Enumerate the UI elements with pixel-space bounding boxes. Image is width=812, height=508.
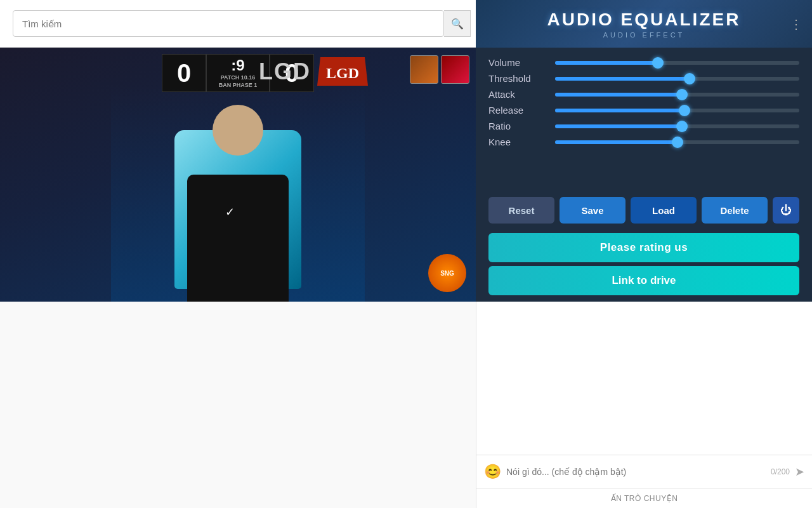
slider-thumb-0[interactable] [652,57,664,69]
emoji-button[interactable]: 😊 [484,464,501,480]
slider-row-volume: Volume [488,57,799,68]
search-button[interactable]: 🔍 [444,10,471,37]
slider-track-0[interactable] [555,61,799,65]
slider-thumb-5[interactable] [672,137,683,148]
slider-thumb-1[interactable] [684,73,695,84]
player-head [213,105,263,156]
slider-fill-4 [555,124,682,128]
slider-fill-2 [555,93,682,97]
chat-input-row: 😊 0/200 ➤ [484,460,804,483]
slider-label-0: Volume [488,57,546,68]
char-thumb-1 [410,55,438,84]
delete-button[interactable]: Delete [702,197,768,224]
eq-buttons: Reset Save Load Delete ⏻ [476,190,812,230]
char-count: 0/200 [771,467,790,476]
send-button[interactable]: ➤ [795,465,804,479]
load-button[interactable]: Load [631,197,697,224]
slider-row-ratio: Ratio [488,121,799,131]
search-input[interactable] [13,10,444,37]
eq-sliders: VolumeThresholdAttackReleaseRatioKnee [476,48,812,190]
slider-row-knee: Knee [488,137,799,147]
slider-row-threshold: Threshold [488,73,799,84]
slider-track-1[interactable] [555,77,799,81]
slider-row-release: Release [488,105,799,116]
eq-header: AUDIO EQUALIZER AUDIO EFFECT ⋮ [476,0,812,48]
nike-logo: ✓ [225,205,235,219]
reset-button[interactable]: Reset [488,197,554,224]
svg-text:LGD: LGD [326,65,359,81]
team-badge: SNG [428,254,466,292]
chat-input-area: 😊 0/200 ➤ [476,455,812,488]
slider-track-3[interactable] [555,109,799,112]
slider-fill-1 [555,77,690,81]
drive-button[interactable]: Link to drive [488,266,799,295]
slider-thumb-2[interactable] [676,89,688,100]
char-thumb-2 [441,55,469,84]
slider-row-attack: Attack [488,89,799,100]
save-button[interactable]: Save [560,197,625,224]
video-area: 0 :9 PATCH 10.16 BAN PHASE 1 0 LGD LGD [0,48,476,302]
chat-input[interactable] [506,460,766,483]
more-icon[interactable]: ⋮ [790,17,802,32]
slider-fill-3 [555,109,684,112]
slider-thumb-4[interactable] [676,121,688,132]
character-thumbnails [410,55,469,84]
slider-label-1: Threshold [488,73,546,84]
slider-fill-0 [555,61,658,65]
slider-track-5[interactable] [555,140,799,144]
timer: :9 [231,57,244,74]
eq-subtitle: AUDIO EFFECT [603,31,685,39]
slider-track-2[interactable] [555,93,799,97]
rating-button[interactable]: Please rating us [488,233,799,262]
player-figure: ✓ [111,86,365,302]
slider-track-4[interactable] [555,124,799,128]
eq-title: AUDIO EQUALIZER [547,10,741,30]
slider-label-5: Knee [488,137,546,147]
equalizer-panel: AUDIO EQUALIZER AUDIO EFFECT ⋮ VolumeThr… [476,0,812,302]
player-body [187,175,289,302]
slider-label-2: Attack [488,89,546,100]
slider-thumb-3[interactable] [679,105,690,116]
team-name: LGD [259,58,311,85]
slider-label-3: Release [488,105,546,116]
chat-footer[interactable]: ẤN TRÒ CHUYỆN [476,488,812,508]
search-icon: 🔍 [451,18,464,30]
slider-label-4: Ratio [488,121,546,131]
below-video [0,302,476,508]
power-button[interactable]: ⏻ [773,197,799,224]
slider-fill-5 [555,140,678,144]
